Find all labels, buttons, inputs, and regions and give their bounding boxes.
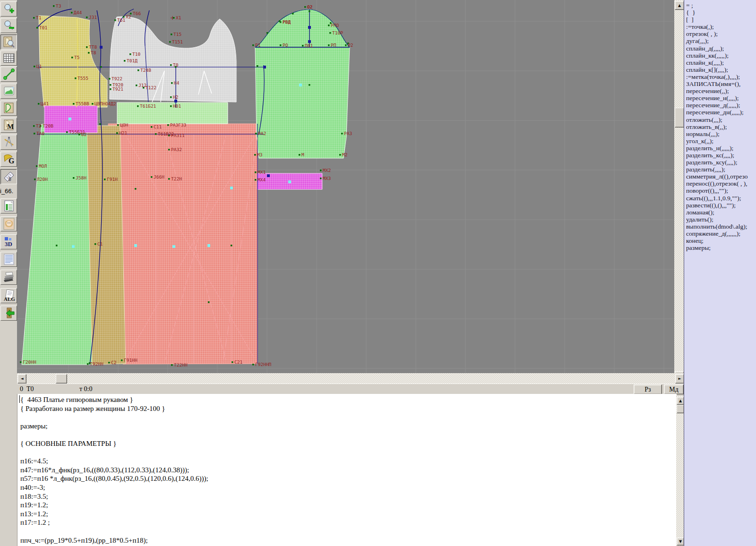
command-item[interactable]: конец; bbox=[684, 237, 756, 244]
piece-m-button[interactable]: M bbox=[0, 118, 17, 133]
portrait-button[interactable] bbox=[0, 216, 17, 231]
command-item[interactable]: отложить_в(,,); bbox=[684, 123, 756, 130]
zoom-piece-button[interactable] bbox=[0, 34, 17, 50]
pattern-piece-skirt-back-red[interactable] bbox=[108, 124, 258, 364]
command-item[interactable]: разделить_кс(,,,,); bbox=[684, 152, 756, 159]
selection-handle[interactable] bbox=[230, 187, 233, 189]
selection-handle[interactable] bbox=[207, 244, 210, 247]
command-item[interactable]: { } bbox=[684, 9, 756, 16]
command-item[interactable]: выполнить(dmod\.alg); bbox=[684, 223, 756, 230]
selection-handle[interactable] bbox=[72, 245, 75, 248]
command-item[interactable]: разделить_н(,,,,,); bbox=[684, 145, 756, 152]
picture-button[interactable] bbox=[0, 84, 17, 99]
command-item[interactable]: пересечение(,,); bbox=[684, 87, 756, 94]
canvas-scroll-up-arrow-icon[interactable]: ▲ bbox=[675, 1, 684, 10]
threed-button[interactable]: 3D bbox=[0, 234, 17, 249]
command-item[interactable]: :=точка(,); bbox=[684, 23, 756, 30]
pattern-label: РПО bbox=[331, 23, 339, 28]
drafting-tools-button[interactable] bbox=[0, 135, 17, 150]
selection-handle[interactable] bbox=[69, 118, 71, 120]
text-document-icon bbox=[3, 253, 15, 265]
editor-text[interactable]: { 4463 Платье гипюровым рукавом }{ Разра… bbox=[17, 394, 677, 545]
command-item[interactable]: [ ] bbox=[684, 16, 756, 23]
editor-line: размеры; bbox=[17, 422, 677, 431]
command-item[interactable]: отложить(,,,); bbox=[684, 116, 756, 123]
point-marker bbox=[254, 154, 256, 156]
command-item[interactable]: пересечение_дн(,,,,,); bbox=[684, 109, 756, 116]
command-item[interactable]: сопряжение_д(,,,,,,); bbox=[684, 230, 756, 237]
pattern-piece-skirt-side-tan[interactable] bbox=[87, 126, 126, 365]
point-marker bbox=[151, 176, 153, 178]
ruler-8-button[interactable]: 8 bbox=[0, 169, 17, 184]
command-item[interactable]: :=метка(точка(,),,,,); bbox=[684, 73, 756, 80]
exit-button[interactable] bbox=[0, 306, 17, 321]
selection-handle[interactable] bbox=[172, 245, 175, 248]
command-item[interactable]: пересечение_д(,,,,,); bbox=[684, 102, 756, 109]
command-item[interactable]: отрезок( , ); bbox=[684, 30, 756, 37]
rz-button[interactable]: Рз bbox=[634, 384, 662, 394]
canvas-scroll-left-arrow-icon[interactable]: ◄ bbox=[17, 374, 26, 384]
command-item[interactable]: разделить_ксу(,,,,); bbox=[684, 159, 756, 166]
command-item[interactable]: пересечение_н(,,,,); bbox=[684, 94, 756, 102]
command-item[interactable]: сплайн_д(,,,,); bbox=[684, 45, 756, 52]
editor-scroll-down-arrow-icon[interactable]: ▼ bbox=[677, 537, 684, 546]
md-button[interactable]: Мд bbox=[664, 384, 684, 394]
editor-vscrollbar[interactable] bbox=[676, 396, 684, 546]
alg-document-icon: ALG bbox=[3, 290, 15, 302]
command-item[interactable]: ЗАПИСАТЬ(имя=(), bbox=[684, 80, 756, 87]
pattern-label: Х1 bbox=[176, 15, 181, 20]
canvas-hscroll-thumb[interactable] bbox=[56, 374, 67, 384]
command-item[interactable]: разделить(,,,,); bbox=[684, 166, 756, 173]
editor-scroll-up-arrow-icon[interactable]: ▲ bbox=[677, 397, 684, 405]
books-stack-icon bbox=[3, 271, 15, 283]
selection-handle[interactable] bbox=[299, 84, 302, 86]
zoom-out-button[interactable] bbox=[0, 18, 17, 33]
canvas-vscroll-thumb[interactable] bbox=[675, 108, 684, 128]
table-button[interactable] bbox=[0, 198, 17, 213]
books-button[interactable] bbox=[0, 270, 17, 285]
picture-icon bbox=[3, 85, 15, 97]
canvas-scroll-right-arrow-icon[interactable]: ► bbox=[675, 374, 684, 384]
node-handle[interactable] bbox=[174, 100, 177, 102]
command-item[interactable]: удалить(); bbox=[684, 216, 756, 223]
alg-doc-button[interactable]: ALG bbox=[0, 288, 17, 303]
canvas-hscrollbar[interactable] bbox=[17, 373, 684, 384]
zoom-in-button[interactable] bbox=[0, 1, 17, 17]
measure-button[interactable] bbox=[0, 67, 17, 82]
command-item[interactable]: угол_к(,,); bbox=[684, 137, 756, 145]
pattern-label: J58Н bbox=[76, 175, 86, 180]
algorithm-editor[interactable]: { 4463 Платье гипюровым рукавом }{ Разра… bbox=[17, 394, 677, 546]
point-marker bbox=[266, 32, 268, 34]
canvas-vscrollbar[interactable] bbox=[674, 0, 684, 381]
pattern-piece-waist-band-green[interactable] bbox=[117, 102, 228, 124]
node-handle[interactable] bbox=[100, 46, 103, 49]
node-handle[interactable] bbox=[308, 26, 311, 29]
command-item[interactable]: поворот((),,,""); bbox=[684, 187, 756, 194]
piece-frame-button[interactable] bbox=[0, 101, 17, 116]
command-item[interactable]: симметрия_л((),отрезо bbox=[684, 173, 756, 180]
text-doc-button[interactable] bbox=[0, 252, 17, 267]
selection-handle[interactable] bbox=[288, 180, 291, 183]
command-item[interactable]: сплайн_к[](,,,,); bbox=[684, 66, 756, 73]
command-item[interactable]: = ; bbox=[684, 2, 756, 9]
command-item[interactable]: сплайн_к(,,,,); bbox=[684, 59, 756, 66]
editor-line: п17:=1.2 ; bbox=[17, 518, 677, 527]
command-item[interactable]: размеры; bbox=[684, 244, 756, 251]
command-item[interactable]: сплайн_кк(,,,,,); bbox=[684, 52, 756, 59]
command-item[interactable]: развести((),(),,,""); bbox=[684, 202, 756, 209]
node-handle[interactable] bbox=[267, 174, 270, 177]
pattern-canvas[interactable]: Т3Т1Т01Д44J31Т61Х2Т66Х1Т15Т151ТТ8Т8Т5Т10… bbox=[17, 0, 674, 373]
command-item[interactable]: дуга(,,,); bbox=[684, 37, 756, 44]
pattern-label: М bbox=[301, 152, 304, 157]
pattern-canvas-area[interactable]: Т3Т1Т01Д44J31Т61Х2Т66Х1Т15Т151ТТ8Т8Т5Т10… bbox=[17, 0, 674, 373]
command-item[interactable]: перенос((),отрезок( , ), bbox=[684, 180, 756, 187]
point-marker bbox=[114, 19, 116, 21]
selection-handle[interactable] bbox=[134, 244, 137, 247]
command-item[interactable]: сжать((),,,1.1,0.9,""); bbox=[684, 195, 756, 202]
grid-button[interactable] bbox=[0, 51, 17, 66]
editor-vscroll-thumb[interactable] bbox=[677, 405, 684, 413]
command-item[interactable]: ломаная(); bbox=[684, 209, 756, 216]
command-item[interactable]: нормаль(,,,); bbox=[684, 130, 756, 137]
g-pattern-button[interactable]: G bbox=[0, 152, 17, 167]
node-handle[interactable] bbox=[263, 66, 266, 68]
